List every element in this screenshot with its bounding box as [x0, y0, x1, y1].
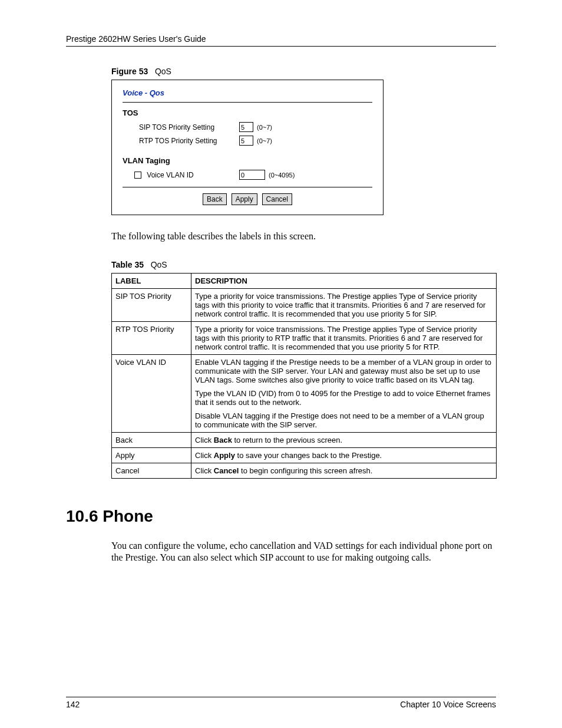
desc-paragraph: Disable VLAN tagging if the Prestige doe… [195, 411, 492, 429]
vlan-row: Voice VLAN ID (0~4095) [134, 170, 372, 180]
vlan-checkbox-label: Voice VLAN ID [147, 171, 193, 179]
cell-label: Apply [112, 448, 191, 463]
cell-label: RTP TOS Priority [112, 322, 191, 355]
table-row: Back Click Back to return to the previou… [112, 433, 497, 448]
figure-caption: Figure 53 QoS [111, 67, 496, 76]
figure-title: QoS [155, 67, 171, 76]
vlan-range: (0~4095) [269, 172, 295, 179]
tos-section-label: TOS [123, 108, 372, 117]
cell-desc: Type a priority for voice transmissions.… [191, 289, 497, 322]
divider [123, 102, 372, 103]
chapter-label: Chapter 10 Voice Screens [400, 700, 496, 709]
sip-tos-input[interactable] [239, 122, 253, 132]
section-heading: 10.6 Phone [66, 507, 496, 526]
col-label: LABEL [112, 274, 191, 289]
rtp-tos-input[interactable] [239, 136, 253, 146]
table-row: RTP TOS Priority Type a priority for voi… [112, 322, 497, 355]
intro-paragraph: The following table describes the labels… [111, 230, 496, 242]
qos-table: LABEL DESCRIPTION SIP TOS Priority Type … [111, 273, 497, 479]
page-number: 142 [66, 700, 80, 709]
cancel-button[interactable]: Cancel [262, 193, 292, 205]
table-title: QoS [151, 260, 167, 269]
figure-number: Figure 53 [111, 67, 148, 76]
table-row: SIP TOS Priority Type a priority for voi… [112, 289, 497, 322]
col-description: DESCRIPTION [191, 274, 497, 289]
sip-tos-row: SIP TOS Priority Setting (0~7) [139, 122, 372, 132]
desc-paragraph: Type the VLAN ID (VID) from 0 to 4095 fo… [195, 389, 492, 407]
cell-label: Voice VLAN ID [112, 355, 191, 433]
table-row: Cancel Click Cancel to begin configuring… [112, 463, 497, 479]
table-row: Voice VLAN ID Enable VLAN tagging if the… [112, 355, 497, 433]
rtp-tos-row: RTP TOS Priority Setting (0~7) [139, 136, 372, 146]
divider [123, 187, 372, 187]
page-footer: 142 Chapter 10 Voice Screens [66, 697, 496, 709]
qos-screenshot: Voice - Qos TOS SIP TOS Priority Setting… [111, 80, 384, 215]
vlan-section-label: VLAN Taging [123, 156, 372, 165]
button-row: Back Apply Cancel [123, 193, 372, 205]
cell-label: SIP TOS Priority [112, 289, 191, 322]
rtp-tos-label: RTP TOS Priority Setting [139, 137, 239, 145]
desc-paragraph: Enable VLAN tagging if the Prestige need… [195, 358, 492, 384]
table-number: Table 35 [111, 260, 144, 269]
sip-tos-label: SIP TOS Priority Setting [139, 123, 239, 131]
table-row: Apply Click Apply to save your changes b… [112, 448, 497, 463]
back-button[interactable]: Back [203, 193, 227, 205]
apply-button[interactable]: Apply [232, 193, 257, 205]
cell-desc: Click Apply to save your changes back to… [191, 448, 497, 463]
sip-tos-range: (0~7) [257, 124, 272, 131]
cell-label: Cancel [112, 463, 191, 479]
cell-desc: Click Cancel to begin configuring this s… [191, 463, 497, 479]
cell-desc: Type a priority for voice transmissions.… [191, 322, 497, 355]
table-caption: Table 35 QoS [111, 260, 496, 269]
cell-desc: Click Back to return to the previous scr… [191, 433, 497, 448]
section-paragraph: You can configure the volume, echo cance… [111, 540, 496, 564]
cell-label: Back [112, 433, 191, 448]
rtp-tos-range: (0~7) [257, 137, 272, 144]
table-header-row: LABEL DESCRIPTION [112, 274, 497, 289]
vlan-id-input[interactable] [239, 170, 265, 180]
vlan-checkbox[interactable] [134, 172, 141, 179]
page-header: Prestige 2602HW Series User's Guide [66, 34, 496, 47]
cell-desc: Enable VLAN tagging if the Prestige need… [191, 355, 497, 433]
panel-title: Voice - Qos [123, 88, 372, 97]
